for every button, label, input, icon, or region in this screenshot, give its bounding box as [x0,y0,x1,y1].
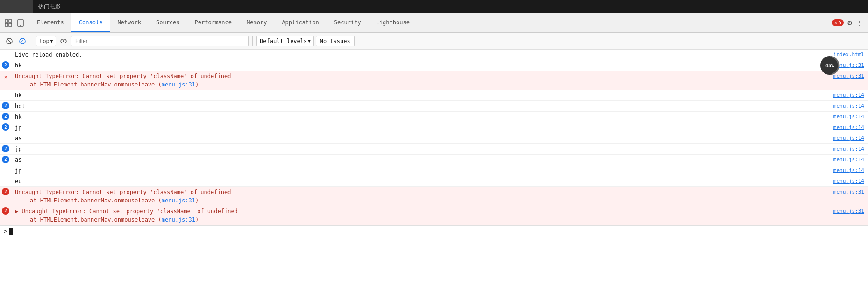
console-row: jp menu.js:14 [0,165,868,176]
clear-console-button[interactable] [4,36,15,47]
device-toolbar-icon[interactable] [16,18,25,28]
tab-performance[interactable]: Performance [187,13,239,32]
row-message: as [15,134,828,143]
row-content: jp [14,144,832,154]
console-row: as menu.js:14 [0,133,868,144]
tab-application[interactable]: Application [274,13,326,32]
tab-icon-group [0,13,29,32]
row-left: 2 [0,101,14,111]
console-row: 2 hot menu.js:14 [0,101,868,112]
error-count-badge[interactable]: ✕ 5 [832,19,844,26]
tab-sources[interactable]: Sources [149,13,187,32]
console-row: eu menu.js:14 [0,176,868,187]
error-icon: ✕ [2,73,9,80]
browser-address-bar: 热门电影 [33,0,868,13]
context-arrow-icon: ▼ [50,39,53,43]
console-output: Live reload enabled. index.html 2 hk men… [0,50,868,294]
row-left: 2 [0,187,14,206]
row-message: jp [15,145,828,153]
row-source[interactable]: menu.js:14 [832,177,868,185]
devtools-tab-bar: Elements Console Network Sources Perform… [0,13,868,33]
row-content: Uncaught TypeError: Cannot set property … [14,71,832,90]
row-left: 2 [0,155,14,165]
row-content: hk [14,112,832,122]
eye-button[interactable] [58,36,69,47]
row-source[interactable]: menu.js:14 [832,102,868,110]
row-message: hk [15,61,828,70]
tab-bar-right: ✕ 5 ⚙ ⋮ [832,18,868,27]
console-row: 2 jp menu.js:14 [0,144,868,155]
toolbar-divider-1 [32,36,32,46]
row-source[interactable]: menu.js:14 [832,123,868,131]
row-content: jp [14,122,832,133]
settings-button[interactable]: ⚙ [847,18,852,27]
error-count-badge: 2 [2,188,9,195]
tab-security[interactable]: Security [327,13,369,32]
no-issues-button[interactable]: No Issues [316,36,355,46]
row-stack-trace: at HTMLElement.bannerNav.onmouseleave (m… [15,215,828,224]
row-left [0,90,14,100]
row-source[interactable]: menu.js:14 [832,91,868,99]
console-row: 2 hk menu.js:31 [0,60,868,71]
row-source[interactable]: menu.js:31 [832,188,868,196]
stack-link[interactable]: menu.js:31 [162,216,195,223]
console-row: hk menu.js:14 [0,90,868,101]
console-error-row: 2 Uncaught TypeError: Cannot set propert… [0,187,868,206]
tab-network[interactable]: Network [110,13,149,32]
row-message: as [15,156,828,164]
row-left: 2 [0,206,14,225]
row-source[interactable]: menu.js:14 [832,145,868,153]
row-content: ▶ Uncaught TypeError: Cannot set propert… [14,206,832,225]
row-source[interactable]: menu.js:14 [832,134,868,142]
svg-rect-0 [5,20,8,22]
tab-elements[interactable]: Elements [29,13,71,32]
row-left: 2 [0,60,14,71]
row-message: hk [15,113,828,121]
error-x-icon: ✕ [834,20,838,26]
tab-lighthouse[interactable]: Lighthouse [369,13,417,32]
svg-rect-3 [9,23,12,26]
cursor [9,228,13,235]
more-menu-button[interactable]: ⋮ [856,19,862,27]
row-content: hk [14,60,832,71]
tab-memory[interactable]: Memory [239,13,274,32]
row-content: as [14,155,832,165]
row-stack-trace: at HTMLElement.bannerNav.onmouseleave (m… [15,196,828,205]
prompt-char: > [4,228,7,235]
console-error-row: ✕ Uncaught TypeError: Cannot set propert… [0,71,868,90]
row-message: Uncaught TypeError: Cannot set property … [15,72,828,80]
svg-rect-1 [9,20,12,22]
row-left [0,165,14,176]
row-left: 2 [0,122,14,133]
row-content: eu [14,176,832,186]
row-left: ✕ [0,71,14,90]
expand-arrow-icon[interactable]: ▶ [15,208,18,215]
devtools-tabs: Elements Console Network Sources Perform… [29,13,832,32]
stack-link[interactable]: menu.js:31 [162,81,195,88]
row-source[interactable]: menu.js:14 [832,166,868,174]
filter-input[interactable] [71,36,249,46]
row-content: hot [14,101,832,111]
row-message: eu [15,177,828,186]
console-input-row: > [0,225,868,237]
row-message: ▶ Uncaught TypeError: Cannot set propert… [15,207,828,215]
count-badge: 2 [2,145,9,152]
devtools-panel: Elements Console Network Sources Perform… [0,13,868,294]
row-stack-trace: at HTMLElement.bannerNav.onmouseleave (m… [15,80,828,89]
svg-point-12 [63,40,64,42]
log-level-selector[interactable]: Default levels ▼ [256,36,314,46]
inspect-element-icon[interactable] [4,18,13,28]
preserve-log-button[interactable] [17,36,28,47]
tab-console[interactable]: Console [71,13,110,32]
row-left [0,176,14,186]
console-error-row-expandable: 2 ▶ Uncaught TypeError: Cannot set prope… [0,206,868,225]
count-badge: 2 [2,123,9,131]
row-message: Uncaught TypeError: Cannot set property … [15,188,828,196]
stack-link[interactable]: menu.js:31 [162,197,195,204]
row-source[interactable]: menu.js:14 [832,113,868,121]
context-selector[interactable]: top ▼ [36,36,56,46]
row-source[interactable]: menu.js:31 [832,207,868,215]
count-badge: 2 [2,113,9,120]
row-source[interactable]: menu.js:14 [832,156,868,164]
count-badge: 2 [2,102,9,109]
